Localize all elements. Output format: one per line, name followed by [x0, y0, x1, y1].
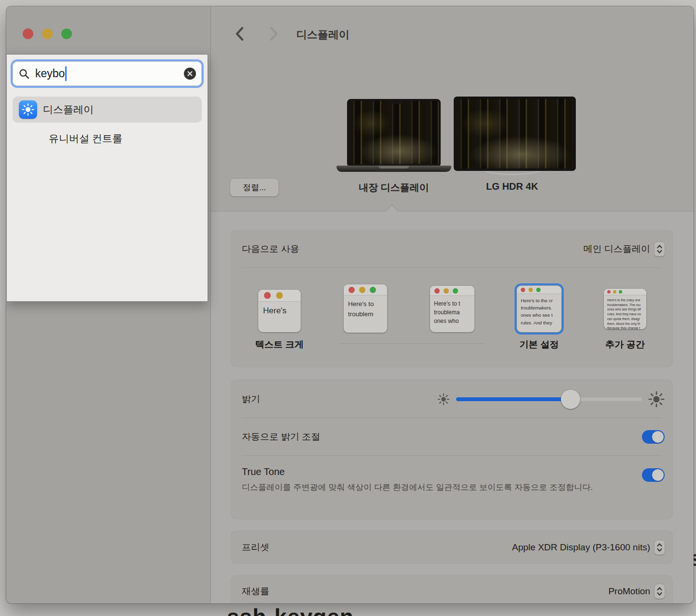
- true-tone-toggle[interactable]: [642, 468, 665, 482]
- brightness-high-icon: [648, 391, 665, 407]
- true-tone-description: 디스플레이를 주변광에 맞춰 색상이 다른 환경에서도 일관적으로 보이도록 자…: [242, 481, 609, 494]
- search-results-popover: keybo 디스플레이: [7, 54, 208, 302]
- text-size-track: [339, 343, 484, 344]
- arrange-button[interactable]: 정렬...: [230, 179, 278, 196]
- search-result-display[interactable]: 디스플레이: [13, 97, 202, 123]
- close-window-button[interactable]: [23, 28, 33, 39]
- preset-card: 프리셋 Apple XDR Display (P3-1600 nits): [231, 531, 672, 563]
- close-icon: [187, 71, 193, 76]
- laptop-base: [336, 166, 451, 172]
- text-size-option-more-space[interactable]: Here's to the crazy one troublemakers. T…: [604, 289, 646, 329]
- refresh-rate-card: 재생률 ProMotion: [231, 575, 672, 603]
- system-settings-window: keybo 디스플레이: [6, 6, 694, 603]
- chevron-up-down-icon: [656, 243, 663, 255]
- display-name-builtin: 내장 디스플레이: [331, 181, 457, 194]
- text-size-label-more-space: 추가 공간: [577, 338, 673, 351]
- text-size-label-larger-text: 텍스트 크게: [231, 338, 328, 351]
- toggle-knob: [652, 431, 664, 443]
- display-thumbnail-builtin[interactable]: [347, 99, 441, 166]
- brightness-slider[interactable]: [456, 390, 642, 409]
- search-input[interactable]: keybo: [13, 61, 202, 86]
- preset-label: 프리셋: [242, 541, 269, 554]
- search-result-label: 디스플레이: [43, 103, 94, 116]
- resolution-card: 다음으로 사용 메인 디스플레이 Here's Here's to troubl…: [231, 230, 672, 367]
- text-cursor: [65, 66, 67, 81]
- preset-dropdown[interactable]: [654, 540, 665, 555]
- back-button[interactable]: [233, 26, 247, 42]
- text-size-option-3[interactable]: Here's to t troublema ones who: [430, 286, 474, 332]
- toggle-knob: [652, 469, 664, 481]
- forward-button[interactable]: [266, 26, 281, 42]
- preset-row: 프리셋 Apple XDR Display (P3-1600 nits): [231, 531, 672, 563]
- chevron-up-down-icon: [656, 586, 663, 597]
- display-thumbnail-lg-hdr-4k[interactable]: [454, 97, 576, 171]
- search-icon: [18, 68, 30, 80]
- search-result-label: 유니버설 컨트롤: [49, 132, 123, 145]
- brightness-row: 밝기: [231, 380, 672, 418]
- mini-window-titlebar: [344, 284, 387, 295]
- text-size-option-larger-text[interactable]: Here's: [258, 290, 301, 332]
- chevron-up-down-icon: [656, 542, 663, 553]
- search-input-value: keybo: [35, 67, 65, 80]
- mini-window-titlebar: [517, 286, 561, 294]
- true-tone-row: True Tone 디스플레이를 주변광에 맞춰 색상이 다른 환경에서도 일관…: [231, 456, 672, 519]
- auto-brightness-row: 자동으로 밝기 조절: [231, 418, 672, 456]
- brightness-card: 밝기: [231, 380, 672, 519]
- page-title: 디스플레이: [296, 28, 349, 42]
- zoom-window-button[interactable]: [61, 28, 72, 39]
- brightness-low-icon: [437, 393, 450, 406]
- auto-brightness-label: 자동으로 밝기 조절: [242, 431, 320, 443]
- true-tone-label: True Tone: [242, 466, 642, 477]
- use-as-dropdown[interactable]: [654, 242, 665, 256]
- text-size-option-2[interactable]: Here's to troublem: [344, 284, 387, 333]
- brightness-label: 밝기: [242, 393, 260, 406]
- preset-value: Apple XDR Display (P3-1600 nits): [512, 542, 650, 553]
- clear-search-button[interactable]: [184, 68, 196, 80]
- display-brightness-icon: [19, 100, 37, 119]
- display-name-lg: LG HDR 4K: [449, 181, 575, 192]
- auto-brightness-toggle[interactable]: [642, 430, 665, 444]
- mini-window-titlebar: [430, 286, 474, 296]
- refresh-rate-value: ProMotion: [608, 586, 650, 597]
- mini-window-titlebar: [604, 289, 646, 295]
- refresh-rate-dropdown[interactable]: [654, 584, 665, 599]
- laptop-notch: [391, 100, 404, 104]
- search-result-universal-control[interactable]: 유니버설 컨트롤: [13, 126, 202, 152]
- use-as-value: 메인 디스플레이: [584, 243, 650, 255]
- slider-knob[interactable]: [561, 390, 580, 409]
- use-as-row: 다음으로 사용 메인 디스플레이: [231, 230, 672, 268]
- mini-window-titlebar: [258, 290, 301, 302]
- refresh-rate-row: 재생률 ProMotion: [231, 575, 672, 603]
- display-settings-panel: 다음으로 사용 메인 디스플레이 Here's Here's to troubl…: [211, 211, 694, 603]
- minimize-window-button[interactable]: [42, 28, 53, 39]
- text-size-label-default: 기본 설정: [491, 338, 587, 351]
- slider-fill: [456, 397, 571, 401]
- use-as-label: 다음으로 사용: [242, 243, 299, 255]
- background-terminal-text: ssh-keygen: [227, 604, 354, 616]
- refresh-rate-label: 재생률: [242, 585, 269, 598]
- text-size-option-default-selected[interactable]: Here's to the cr troublemakers. ones who…: [517, 286, 561, 332]
